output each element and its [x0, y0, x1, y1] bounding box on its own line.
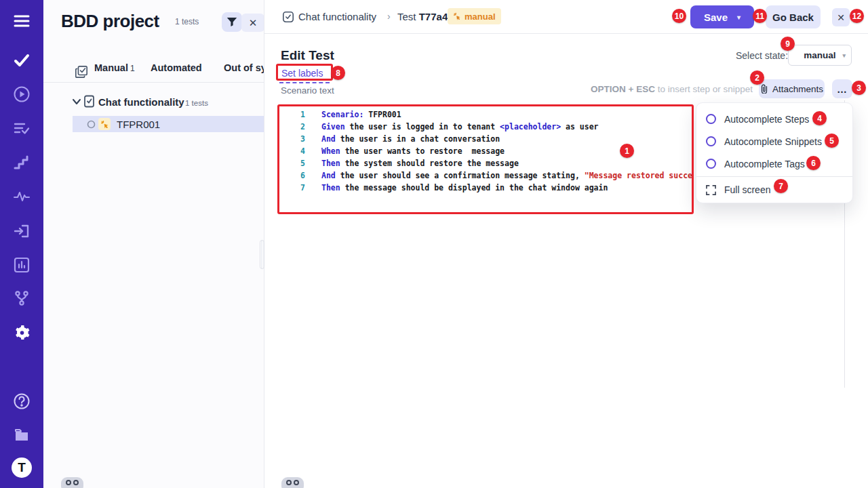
app-sidebar: T: [0, 0, 43, 488]
menu-item-autocomplete-tags[interactable]: Autocomplete Tags: [696, 152, 852, 175]
state-select[interactable]: manual ▾: [788, 45, 852, 66]
radio-circle-icon[interactable]: [706, 114, 716, 124]
more-options-button[interactable]: …: [832, 79, 852, 98]
bar-chart-icon[interactable]: [12, 256, 32, 274]
code-segment-kw: And: [321, 169, 336, 182]
status-circle-icon[interactable]: [87, 120, 96, 129]
topbar: Chat functionality › Test T77a4edf0 manu…: [264, 0, 868, 34]
code-segment-tx: the user wants to restore message: [340, 145, 505, 157]
save-dropdown-caret[interactable]: ▾: [737, 14, 741, 21]
paperclip-icon: [760, 84, 768, 94]
code-segment-str: "Message restored succe: [585, 169, 692, 182]
git-branch-icon[interactable]: [12, 289, 32, 308]
go-back-button[interactable]: Go Back: [766, 5, 821, 28]
tab-manual-count: 1: [130, 64, 135, 73]
code-segment-kw: And: [321, 133, 336, 145]
main-area: Chat functionality › Test T77a4edf0 manu…: [264, 0, 868, 488]
tree-item-label: TFPR001: [117, 119, 160, 130]
annotation-badge-11: 11: [753, 9, 767, 23]
annotation-badge-8: 8: [331, 66, 345, 80]
menu-icon[interactable]: [12, 12, 32, 30]
annotation-badge-6: 6: [806, 156, 821, 170]
panel-resize-handle[interactable]: [260, 240, 264, 269]
gear-icon[interactable]: [12, 323, 32, 342]
manual-status-badge: manual: [448, 8, 501, 24]
select-caret-icon: ▾: [842, 52, 846, 59]
cursor-click-icon: [98, 118, 111, 130]
doc-check-icon: [83, 95, 95, 108]
menu-item-autocomplete-steps[interactable]: Autocomplete Steps: [696, 108, 852, 130]
check-icon[interactable]: [12, 51, 32, 70]
attachments-button[interactable]: Attachments: [759, 79, 825, 98]
docs-icon[interactable]: [12, 425, 32, 444]
tree-group-label: Chat functionality: [98, 96, 184, 108]
annotation-badge-1: 1: [620, 144, 634, 158]
line-number: 3: [281, 133, 305, 145]
code-segment-tx: TFPR001: [363, 108, 401, 121]
panel-bottom-pill[interactable]: [61, 477, 83, 488]
filter-button[interactable]: [222, 12, 242, 32]
help-icon[interactable]: [12, 392, 32, 411]
set-labels-underline: [279, 82, 330, 83]
code-segment-tx: as user: [561, 121, 598, 133]
list-check-icon[interactable]: [12, 119, 32, 138]
code-segment-tx: the message should be displayed in the c…: [340, 182, 608, 194]
cursor-click-icon: [453, 12, 461, 20]
code-segment-tx: the user should see a confirmation messa…: [336, 169, 585, 182]
page-title: Edit Test: [281, 48, 334, 63]
code-segment-tx: the user is in a chat conversation: [336, 133, 500, 145]
annotation-badge-10: 10: [672, 9, 686, 23]
test-tabs: Manual1 Automated Out of sync: [43, 58, 264, 83]
code-segment-tx: the system should restore the message: [340, 157, 519, 169]
project-test-count: 1 tests: [175, 17, 199, 26]
chevron-down-icon[interactable]: [72, 98, 81, 105]
tab-out-of-sync[interactable]: Out of sync: [224, 62, 264, 73]
code-segment-kw: Then: [321, 157, 340, 169]
breadcrumb-section[interactable]: Chat functionality: [298, 11, 376, 22]
annotation-badge-9: 9: [781, 37, 795, 51]
annotation-badge-5: 5: [825, 134, 839, 148]
line-number: 2: [281, 121, 305, 133]
line-number: 5: [281, 157, 305, 169]
shortcut-hint: OPTION + ESC to insert step or snippet: [563, 84, 753, 94]
line-number: 4: [281, 145, 305, 157]
radio-circle-icon[interactable]: [706, 136, 716, 146]
breadcrumb-separator: ›: [387, 11, 391, 22]
logo-letter: T: [12, 458, 32, 478]
project-panel: BDD project 1 tests ✕ Manual1 Automated …: [43, 0, 264, 488]
sign-in-icon[interactable]: [12, 222, 32, 241]
tree-item-tfpr001[interactable]: TFPR001: [73, 116, 264, 132]
line-number: 6: [281, 169, 305, 182]
main-bottom-pill[interactable]: [281, 477, 304, 488]
copy-check-icon[interactable]: [71, 62, 92, 81]
task-check-icon: [282, 11, 294, 23]
line-number: 1: [281, 108, 305, 121]
radio-circle-icon[interactable]: [706, 159, 716, 169]
activity-icon[interactable]: [12, 187, 32, 206]
annotation-badge-12: 12: [850, 9, 864, 23]
annotation-badge-7: 7: [774, 179, 788, 193]
brand-logo[interactable]: T: [12, 458, 32, 477]
panel-close-button[interactable]: ✕: [241, 14, 264, 32]
set-labels-link[interactable]: Set labels: [281, 68, 323, 79]
close-button[interactable]: ✕: [832, 8, 850, 26]
annotation-badge-3: 3: [852, 81, 866, 95]
code-segment-kw: Given: [321, 121, 345, 133]
tab-manual[interactable]: Manual1: [94, 62, 135, 73]
tab-automated[interactable]: Automated: [151, 62, 202, 73]
annotation-badge-2: 2: [750, 70, 764, 85]
project-title: BDD project: [61, 11, 159, 32]
code-segment-ph: <placeholder>: [500, 121, 561, 133]
fullscreen-icon: [706, 185, 716, 195]
scenario-text-label: Scenario text: [281, 85, 334, 96]
line-number: 7: [281, 182, 305, 194]
save-button[interactable]: Save▾: [690, 5, 754, 28]
tree-group-chat-functionality[interactable]: Chat functionality 1 tests: [43, 94, 264, 112]
play-circle-icon[interactable]: [12, 85, 32, 104]
code-segment-kw: When: [321, 145, 340, 157]
stairs-icon[interactable]: [12, 153, 32, 172]
select-state-label: Select state:: [736, 50, 788, 61]
code-segment-kw: Then: [321, 182, 340, 194]
annotation-badge-4: 4: [812, 111, 827, 125]
code-segment-tx: the user is logged in to tenant: [345, 121, 500, 133]
